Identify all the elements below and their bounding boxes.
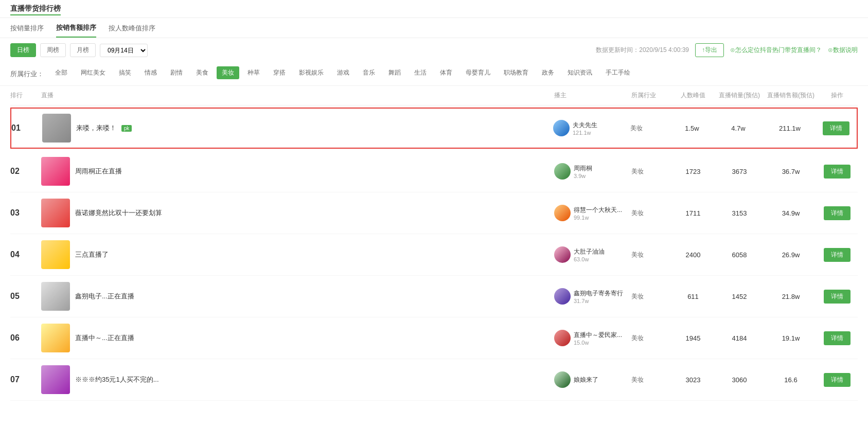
action-06: 详情: [817, 331, 858, 345]
live-thumb-07: [41, 365, 70, 394]
live-col-05: 鑫朔电子...正在直播: [41, 282, 554, 311]
tab-sales-volume[interactable]: 按销量排序: [10, 24, 44, 37]
cat-games[interactable]: 游戏: [332, 66, 355, 79]
data-explain-link[interactable]: ⊙数据说明: [828, 46, 858, 55]
anchor-col-03: 得慧一个大秋天... 99.1w: [554, 205, 631, 221]
anchor-avatar-07: [554, 371, 571, 388]
date-select[interactable]: 09月14日 09月13日 09月12日: [100, 44, 148, 57]
cat-life[interactable]: 生活: [409, 66, 432, 79]
cat-parenting[interactable]: 母婴育儿: [460, 66, 495, 79]
peak-03: 1711: [672, 209, 714, 217]
live-thumb-03: [41, 199, 70, 227]
peak-05: 611: [672, 293, 714, 300]
action-07: 详情: [817, 373, 858, 387]
anchor-avatar-04: [554, 246, 571, 263]
live-thumb-05: [41, 282, 70, 311]
detail-btn-05[interactable]: 详情: [824, 290, 851, 304]
rank-02: 02: [10, 167, 41, 176]
controls-right: 数据更新时间：2020/9/15 4:00:39 ↑导出 ⊙怎么定位抖音热门带货…: [596, 43, 858, 57]
header-live: 直播: [41, 91, 554, 100]
table-row: 07 ※※※约35元1人买不完的... 娘娘来了 美妆 3023 3060 16…: [10, 359, 858, 401]
sales-num-06: 4184: [714, 334, 765, 342]
live-col-06: 直播中～...正在直播: [41, 324, 554, 352]
cat-fashion[interactable]: 穿搭: [268, 66, 291, 79]
action-03: 详情: [817, 206, 858, 220]
anchor-avatar-02: [554, 163, 571, 180]
cat-music[interactable]: 音乐: [358, 66, 380, 79]
sales-amt-03: 34.9w: [765, 209, 817, 217]
action-05: 详情: [817, 290, 858, 304]
live-col-03: 薇诺娜竟然比双十一还要划算: [41, 199, 554, 227]
cat-drama[interactable]: 剧情: [165, 66, 188, 79]
industry-06: 美妆: [631, 334, 672, 343]
tab-sales-amount[interactable]: 按销售额排序: [56, 23, 96, 38]
cat-grass[interactable]: 种草: [242, 66, 265, 79]
detail-btn-06[interactable]: 详情: [824, 331, 851, 345]
table-row: 05 鑫朔电子...正在直播 鑫朔电子寄务寄行 31.7w 美妆 611 145…: [10, 276, 858, 317]
export-button[interactable]: ↑导出: [695, 43, 724, 57]
header-peak: 人数峰值: [672, 91, 714, 100]
controls-row: 日榜 周榜 月榜 09月14日 09月13日 09月12日 数据更新时间：202…: [0, 38, 868, 62]
cat-handcraft[interactable]: 手工手绘: [600, 66, 635, 79]
title-bar: 直播带货排行榜: [0, 0, 868, 18]
detail-btn-01[interactable]: 详情: [823, 121, 849, 135]
table-row: 01 来喽，来喽！ pk 夫夫先生 121.1w 美妆 1.5: [10, 108, 858, 149]
help-link[interactable]: ⊙怎么定位抖音热门带货直播间？: [730, 46, 822, 55]
cat-knowledge[interactable]: 知识资讯: [562, 66, 597, 79]
anchor-col-02: 周雨桐 3.9w: [554, 163, 631, 180]
cat-all[interactable]: 全部: [50, 66, 73, 79]
btn-month[interactable]: 月榜: [70, 43, 96, 57]
cat-entertainment[interactable]: 影视娱乐: [294, 66, 329, 79]
controls-left: 日榜 周榜 月榜 09月14日 09月13日 09月12日: [10, 43, 148, 57]
live-col-02: 周雨桐正在直播: [41, 157, 554, 186]
header-anchor: 播主: [554, 91, 631, 100]
rank-05: 05: [10, 292, 41, 301]
peak-06: 1945: [672, 334, 714, 342]
live-thumb-01: [42, 114, 71, 143]
header-sales-num: 直播销量(预估): [714, 91, 765, 100]
cat-food[interactable]: 美食: [191, 66, 214, 79]
rank-07: 07: [10, 375, 41, 384]
detail-btn-07[interactable]: 详情: [824, 373, 851, 387]
anchor-info-01: 夫夫先生 121.1w: [553, 120, 630, 136]
detail-btn-04[interactable]: 详情: [824, 248, 851, 262]
cat-wanghong[interactable]: 网红美女: [76, 66, 111, 79]
industry-05: 美妆: [631, 292, 672, 301]
sales-amt-07: 16.6: [765, 376, 817, 384]
cat-funny[interactable]: 搞笑: [114, 66, 136, 79]
action-02: 详情: [817, 165, 858, 179]
btn-week[interactable]: 周榜: [40, 43, 66, 57]
page-title: 直播带货排行榜: [10, 4, 61, 15]
live-thumb-04: [41, 240, 70, 269]
sales-num-03: 3153: [714, 209, 765, 217]
table-row: 03 薇诺娜竟然比双十一还要划算 得慧一个大秋天... 99.1w 美妆 171…: [10, 192, 858, 234]
rank-06: 06: [10, 333, 41, 343]
sales-amt-02: 36.7w: [765, 168, 817, 175]
sales-num-04: 6058: [714, 251, 765, 259]
live-col-07: ※※※约35元1人买不完的...: [41, 365, 554, 394]
sales-num-01: 4.7w: [713, 124, 764, 132]
cat-emotion[interactable]: 情感: [139, 66, 162, 79]
anchor-col-06: 直播中～爱民家... 15.0w: [554, 330, 631, 346]
cat-politics[interactable]: 政务: [537, 66, 559, 79]
tab-bar: 按销量排序 按销售额排序 按人数峰值排序: [0, 18, 868, 38]
cat-sports[interactable]: 体育: [435, 66, 457, 79]
detail-btn-02[interactable]: 详情: [824, 165, 851, 179]
cat-dance[interactable]: 舞蹈: [383, 66, 406, 79]
industry-02: 美妆: [631, 167, 672, 176]
update-time: 数据更新时间：2020/9/15 4:00:39: [596, 46, 689, 55]
industry-01: 美妆: [630, 124, 671, 133]
sales-num-07: 3060: [714, 376, 765, 384]
rank-01: 01: [11, 123, 42, 133]
btn-day[interactable]: 日榜: [10, 43, 36, 57]
cat-career[interactable]: 职场教育: [499, 66, 534, 79]
category-label: 所属行业：: [10, 69, 44, 79]
sales-amt-04: 26.9w: [765, 251, 817, 259]
tab-peak-users[interactable]: 按人数峰值排序: [109, 24, 155, 37]
cat-beauty[interactable]: 美妆: [217, 66, 239, 79]
pk-badge-01: pk: [121, 125, 132, 132]
industry-03: 美妆: [631, 209, 672, 218]
category-row: 所属行业： 全部 网红美女 搞笑 情感 剧情 美食 美妆 种草 穿搭 影视娱乐 …: [0, 62, 868, 86]
table-header: 排行 直播 播主 所属行业 人数峰值 直播销量(预估) 直播销售额(预估) 操作: [10, 86, 858, 105]
detail-btn-03[interactable]: 详情: [824, 206, 851, 220]
